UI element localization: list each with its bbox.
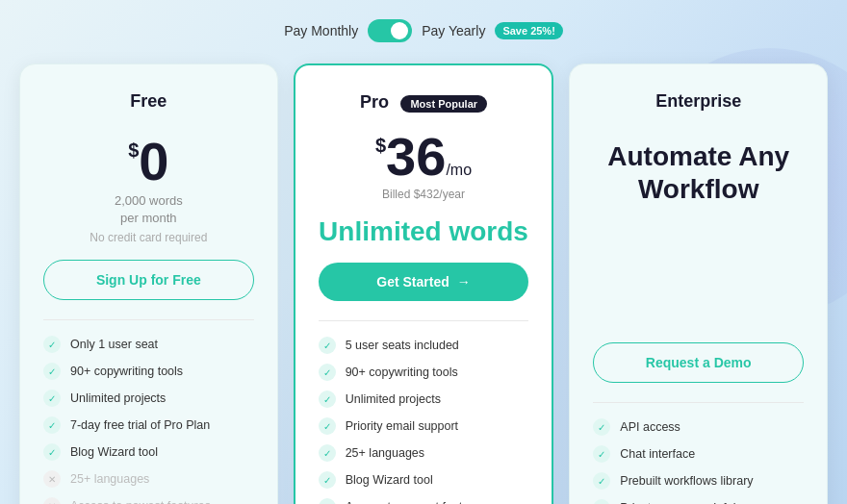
enterprise-plan-name: Enterprise [593, 91, 804, 112]
free-feature-6: ✕ 25+ languages [43, 470, 254, 488]
pro-plan-name: Pro [360, 92, 389, 112]
free-no-cc: No credit card required [43, 231, 254, 244]
enterprise-divider [593, 402, 804, 403]
pro-feature-4: ✓ Priority email support [319, 417, 529, 435]
pro-plan-card: Pro Most Popular $36/mo Billed $432/year… [294, 63, 554, 504]
check-icon-e2: ✓ [593, 445, 610, 463]
free-price-amount: 0 [139, 131, 168, 191]
pro-billed: Billed $432/year [319, 188, 529, 201]
free-feature-3: ✓ Unlimited projects [43, 390, 254, 407]
free-cta-button[interactable]: Sign Up for Free [43, 260, 254, 300]
free-feature-2: ✓ 90+ copywriting tools [43, 363, 254, 380]
pro-feature-5: ✓ 25+ languages [319, 444, 529, 462]
pro-price-amount: 36 [386, 126, 446, 187]
enterprise-headline: Automate Any Workflow [593, 140, 804, 342]
free-feature-5: ✓ Blog Wizard tool [43, 443, 254, 461]
check-icon-p5: ✓ [319, 444, 336, 462]
free-plan-header: Free [43, 91, 254, 117]
enterprise-cta-button[interactable]: Request a Demo [593, 342, 804, 383]
check-icon-p4: ✓ [319, 417, 336, 435]
billing-toggle: Pay Monthly Pay Yearly Save 25%! [284, 19, 563, 42]
pro-dollar-sign: $ [375, 135, 386, 156]
pro-price-row: $36/mo [319, 130, 529, 184]
enterprise-feature-list: ✓ API access ✓ Chat interface ✓ Prebuilt… [593, 418, 804, 504]
check-icon-4: ✓ [43, 416, 61, 434]
pricing-cards: Free $0 2,000 wordsper month No credit c… [19, 63, 828, 504]
unlimited-words: Unlimited words [319, 216, 529, 247]
check-icon-e1: ✓ [593, 418, 610, 436]
free-feature-list: ✓ Only 1 user seat ✓ 90+ copywriting too… [43, 336, 254, 504]
check-icon-p3: ✓ [319, 391, 336, 408]
monthly-label: Pay Monthly [284, 23, 358, 38]
check-icon-p1: ✓ [319, 337, 336, 354]
free-price-row: $0 [43, 135, 254, 189]
pro-feature-6: ✓ Blog Wizard tool [319, 471, 529, 489]
most-popular-badge: Most Popular [400, 95, 487, 113]
pro-price-period: /mo [446, 162, 472, 178]
pro-feature-7: ✓ Access to newest features [319, 498, 529, 504]
pro-feature-3: ✓ Unlimited projects [319, 391, 529, 408]
enterprise-plan-card: Enterprise Automate Any Workflow Request… [569, 63, 828, 504]
free-plan-card: Free $0 2,000 wordsper month No credit c… [19, 63, 278, 504]
check-icon-3: ✓ [43, 390, 61, 407]
check-icon-e4: ✓ [593, 499, 610, 504]
pro-divider [319, 320, 529, 321]
check-icon-p2: ✓ [319, 364, 336, 381]
free-feature-4: ✓ 7-day free trial of Pro Plan [43, 416, 254, 434]
enterprise-feature-3: ✓ Prebuilt workflows library [593, 472, 804, 490]
check-icon-5: ✓ [43, 443, 61, 461]
enterprise-feature-4: ✓ Private company Infobase [593, 499, 804, 504]
check-icon-2: ✓ [43, 363, 61, 380]
check-icon-1: ✓ [43, 336, 61, 353]
pro-feature-1: ✓ 5 user seats included [319, 337, 529, 354]
yearly-label: Pay Yearly [422, 23, 485, 38]
free-words-limit: 2,000 wordsper month [43, 192, 254, 227]
pro-feature-list: ✓ 5 user seats included ✓ 90+ copywritin… [319, 337, 529, 504]
free-feature-7: ✕ Access to newest features [43, 497, 254, 504]
pro-feature-2: ✓ 90+ copywriting tools [319, 364, 529, 381]
check-icon-p6: ✓ [319, 471, 336, 489]
save-badge: Save 25%! [495, 22, 562, 39]
pro-plan-header: Pro Most Popular [319, 92, 529, 113]
enterprise-feature-2: ✓ Chat interface [593, 445, 804, 463]
free-divider [43, 319, 254, 320]
free-dollar-sign: $ [128, 139, 139, 161]
enterprise-feature-1: ✓ API access [593, 418, 804, 436]
enterprise-plan-header: Enterprise [593, 91, 804, 117]
check-icon-7: ✕ [43, 497, 61, 504]
free-feature-1: ✓ Only 1 user seat [43, 336, 254, 353]
arrow-icon: → [457, 274, 471, 290]
toggle-switch[interactable] [368, 19, 412, 42]
check-icon-e3: ✓ [593, 472, 610, 490]
pro-cta-button[interactable]: Get Started → [319, 263, 529, 301]
check-icon-p7: ✓ [319, 498, 336, 504]
free-plan-name: Free [43, 91, 254, 112]
check-icon-6: ✕ [43, 470, 61, 488]
